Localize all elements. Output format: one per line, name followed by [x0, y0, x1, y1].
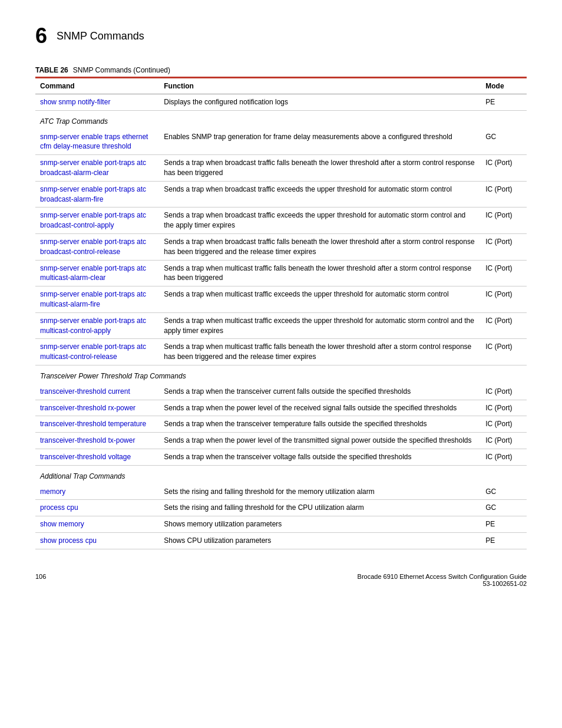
mode-cell: IC (Port): [481, 449, 527, 465]
chapter-number: 6: [35, 24, 47, 48]
command-link[interactable]: memory: [40, 487, 65, 496]
mode-cell: GC: [481, 500, 527, 516]
command-cell[interactable]: snmp-server enable port-traps atc broadc…: [35, 207, 159, 234]
command-cell[interactable]: process cpu: [35, 500, 159, 516]
command-link[interactable]: show snmp notify-filter: [40, 98, 110, 106]
table-row: process cpuSets the rising and falling t…: [35, 500, 527, 516]
command-cell[interactable]: show memory: [35, 516, 159, 533]
command-cell[interactable]: snmp-server enable port-traps atc multic…: [35, 312, 159, 339]
col-header-command: Command: [35, 78, 159, 94]
command-link[interactable]: snmp-server enable port-traps atc broadc…: [40, 238, 146, 256]
col-header-function: Function: [159, 78, 481, 94]
command-cell[interactable]: snmp-server enable port-traps atc multic…: [35, 339, 159, 365]
command-link[interactable]: transceiver-threshold temperature: [40, 420, 146, 428]
command-link[interactable]: transceiver-threshold rx-power: [40, 404, 135, 412]
table-row: transceiver-threshold currentSends a tra…: [35, 384, 527, 400]
table-caption-text: SNMP Commands (Continued): [73, 66, 170, 74]
function-cell: Shows CPU utilization parameters: [159, 532, 481, 549]
command-cell[interactable]: snmp-server enable port-traps atc multic…: [35, 286, 159, 313]
mode-cell: IC (Port): [481, 233, 527, 260]
table-row: transceiver-threshold temperatureSends a…: [35, 416, 527, 433]
mode-cell: IC (Port): [481, 207, 527, 234]
command-link[interactable]: snmp-server enable traps ethernet cfm de…: [40, 133, 148, 151]
table-row: show snmp notify-filterDisplays the conf…: [35, 94, 527, 111]
table-row: memorySets the rising and falling thresh…: [35, 484, 527, 500]
command-cell[interactable]: show process cpu: [35, 532, 159, 549]
table-row: Additional Trap Commands: [35, 465, 527, 483]
command-cell[interactable]: snmp-server enable traps ethernet cfm de…: [35, 129, 159, 155]
function-cell: Sends a trap when the power level of the…: [159, 400, 481, 416]
mode-cell: IC (Port): [481, 339, 527, 365]
command-link[interactable]: snmp-server enable port-traps atc multic…: [40, 317, 146, 335]
mode-cell: IC (Port): [481, 384, 527, 400]
mode-cell: IC (Port): [481, 400, 527, 416]
section-label: Additional Trap Commands: [35, 465, 527, 483]
table-header-row: Command Function Mode: [35, 78, 527, 94]
table-row: show memoryShows memory utilization para…: [35, 516, 527, 533]
table-row: snmp-server enable port-traps atc broadc…: [35, 155, 527, 182]
table-row: snmp-server enable port-traps atc broadc…: [35, 233, 527, 260]
command-link[interactable]: snmp-server enable port-traps atc multic…: [40, 264, 146, 282]
function-cell: Sends a trap when the transceiver voltag…: [159, 449, 481, 465]
doc-title: Brocade 6910 Ethernet Access Switch Conf…: [358, 573, 527, 580]
command-cell[interactable]: transceiver-threshold voltage: [35, 449, 159, 465]
function-cell: Sets the rising and falling threshold fo…: [159, 484, 481, 500]
mode-cell: IC (Port): [481, 260, 527, 286]
command-link[interactable]: show process cpu: [40, 536, 97, 545]
command-cell[interactable]: snmp-server enable port-traps atc broadc…: [35, 155, 159, 182]
command-link[interactable]: process cpu: [40, 503, 78, 512]
command-link[interactable]: snmp-server enable port-traps atc broadc…: [40, 211, 146, 229]
command-cell[interactable]: snmp-server enable port-traps atc broadc…: [35, 181, 159, 207]
mode-cell: IC (Port): [481, 433, 527, 449]
table-row: snmp-server enable port-traps atc broadc…: [35, 207, 527, 234]
section-label: ATC Trap Commands: [35, 110, 527, 129]
command-cell[interactable]: snmp-server enable port-traps atc broadc…: [35, 233, 159, 260]
command-cell[interactable]: show snmp notify-filter: [35, 94, 159, 111]
mode-cell: GC: [481, 484, 527, 500]
mode-cell: IC (Port): [481, 155, 527, 182]
table-row: ATC Trap Commands: [35, 110, 527, 129]
function-cell: Sends a trap when multicast traffic exce…: [159, 286, 481, 313]
table-row: snmp-server enable port-traps atc multic…: [35, 286, 527, 313]
footer-right: Brocade 6910 Ethernet Access Switch Conf…: [358, 573, 527, 587]
function-cell: Sends a trap when broadcast traffic exce…: [159, 207, 481, 234]
function-cell: Sends a trap when broadcast traffic fall…: [159, 155, 481, 182]
command-cell[interactable]: transceiver-threshold tx-power: [35, 433, 159, 449]
page-header: 6 SNMP Commands: [35, 24, 527, 48]
snmp-commands-table: Command Function Mode show snmp notify-f…: [35, 77, 527, 549]
command-cell[interactable]: transceiver-threshold temperature: [35, 416, 159, 433]
function-cell: Enables SNMP trap generation for frame d…: [159, 129, 481, 155]
page-number: 106: [35, 573, 46, 587]
function-cell: Sends a trap when the power level of the…: [159, 433, 481, 449]
function-cell: Sends a trap when the transceiver temper…: [159, 416, 481, 433]
table-row: snmp-server enable port-traps atc multic…: [35, 339, 527, 365]
command-link[interactable]: show memory: [40, 520, 84, 528]
command-link[interactable]: snmp-server enable port-traps atc broadc…: [40, 185, 146, 203]
mode-cell: IC (Port): [481, 416, 527, 433]
command-link[interactable]: transceiver-threshold tx-power: [40, 436, 135, 444]
section-label: Transceiver Power Threshold Trap Command…: [35, 365, 527, 383]
function-cell: Displays the configured notification log…: [159, 94, 481, 111]
table-row: snmp-server enable port-traps atc broadc…: [35, 181, 527, 207]
command-cell[interactable]: memory: [35, 484, 159, 500]
mode-cell: PE: [481, 532, 527, 549]
command-cell[interactable]: snmp-server enable port-traps atc multic…: [35, 260, 159, 286]
function-cell: Sends a trap when broadcast traffic exce…: [159, 181, 481, 207]
mode-cell: IC (Port): [481, 286, 527, 313]
command-link[interactable]: snmp-server enable port-traps atc multic…: [40, 290, 146, 308]
doc-id: 53-1002651-02: [358, 580, 527, 587]
command-link[interactable]: transceiver-threshold current: [40, 387, 130, 396]
mode-cell: PE: [481, 94, 527, 111]
table-row: Transceiver Power Threshold Trap Command…: [35, 365, 527, 383]
command-cell[interactable]: transceiver-threshold current: [35, 384, 159, 400]
mode-cell: IC (Port): [481, 312, 527, 339]
command-link[interactable]: transceiver-threshold voltage: [40, 453, 131, 461]
command-link[interactable]: snmp-server enable port-traps atc broadc…: [40, 159, 146, 177]
function-cell: Sends a trap when multicast traffic fall…: [159, 260, 481, 286]
command-link[interactable]: snmp-server enable port-traps atc multic…: [40, 342, 146, 361]
table-caption-label: TABLE 26: [35, 66, 68, 74]
table-row: show process cpuShows CPU utilization pa…: [35, 532, 527, 549]
chapter-title: SNMP Commands: [57, 30, 144, 42]
command-cell[interactable]: transceiver-threshold rx-power: [35, 400, 159, 416]
table-row: transceiver-threshold rx-powerSends a tr…: [35, 400, 527, 416]
